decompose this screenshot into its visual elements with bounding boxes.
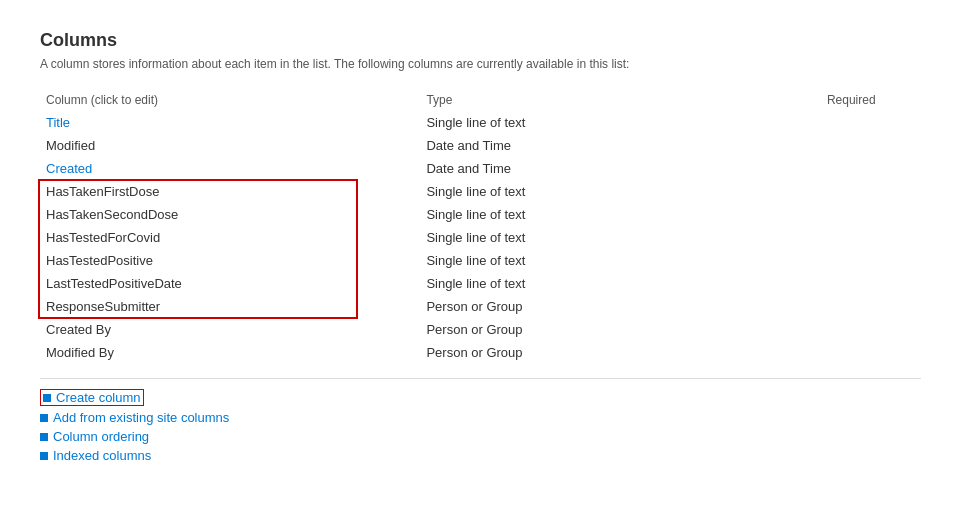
table-row: Modified ByPerson or Group xyxy=(40,341,921,364)
section-divider xyxy=(40,378,921,379)
table-row: HasTestedPositiveSingle line of text xyxy=(40,249,921,272)
column-type: Person or Group xyxy=(420,341,820,364)
indexed-columns-link[interactable]: Indexed columns xyxy=(53,448,151,463)
create-column-item: Create column xyxy=(40,389,921,406)
page-title: Columns xyxy=(40,30,921,51)
column-name: HasTestedForCovid xyxy=(40,226,420,249)
column-type: Single line of text xyxy=(420,180,820,203)
column-name: HasTakenFirstDose xyxy=(40,180,420,203)
page-container: Columns A column stores information abou… xyxy=(40,30,921,463)
columns-table-wrapper: Column (click to edit) Type Required Tit… xyxy=(40,89,921,364)
table-row: HasTakenSecondDoseSingle line of text xyxy=(40,203,921,226)
create-column-link[interactable]: Create column xyxy=(56,390,141,405)
column-required xyxy=(821,203,921,226)
table-row: ResponseSubmitterPerson or Group xyxy=(40,295,921,318)
column-name: Modified xyxy=(40,134,420,157)
header-column: Column (click to edit) xyxy=(40,89,420,111)
add-from-site-item: Add from existing site columns xyxy=(40,410,921,425)
column-name: HasTakenSecondDose xyxy=(40,203,420,226)
table-row: Created ByPerson or Group xyxy=(40,318,921,341)
column-type: Single line of text xyxy=(420,272,820,295)
columns-table: Column (click to edit) Type Required Tit… xyxy=(40,89,921,364)
column-required xyxy=(821,134,921,157)
create-column-box: Create column xyxy=(40,389,144,406)
table-row: ModifiedDate and Time xyxy=(40,134,921,157)
column-required xyxy=(821,295,921,318)
column-type: Single line of text xyxy=(420,226,820,249)
column-name: HasTestedPositive xyxy=(40,249,420,272)
column-name-link[interactable]: Created xyxy=(46,161,92,176)
column-name: LastTestedPositiveDate xyxy=(40,272,420,295)
column-required xyxy=(821,272,921,295)
column-required xyxy=(821,341,921,364)
table-row[interactable]: TitleSingle line of text xyxy=(40,111,921,134)
column-name: ResponseSubmitter xyxy=(40,295,420,318)
column-ordering-icon xyxy=(40,433,48,441)
column-type: Person or Group xyxy=(420,318,820,341)
add-from-site-icon xyxy=(40,414,48,422)
add-from-site-link[interactable]: Add from existing site columns xyxy=(53,410,229,425)
table-row: HasTakenFirstDoseSingle line of text xyxy=(40,180,921,203)
table-row[interactable]: CreatedDate and Time xyxy=(40,157,921,180)
header-required: Required xyxy=(821,89,921,111)
table-row: HasTestedForCovidSingle line of text xyxy=(40,226,921,249)
column-type: Person or Group xyxy=(420,295,820,318)
column-type: Single line of text xyxy=(420,203,820,226)
header-type: Type xyxy=(420,89,820,111)
actions-section: Create column Add from existing site col… xyxy=(40,389,921,463)
column-required xyxy=(821,180,921,203)
indexed-columns-item: Indexed columns xyxy=(40,448,921,463)
create-column-icon xyxy=(43,394,51,402)
table-row: LastTestedPositiveDateSingle line of tex… xyxy=(40,272,921,295)
column-ordering-link[interactable]: Column ordering xyxy=(53,429,149,444)
column-required xyxy=(821,249,921,272)
column-required xyxy=(821,318,921,341)
column-type: Single line of text xyxy=(420,111,820,134)
indexed-columns-icon xyxy=(40,452,48,460)
column-type: Date and Time xyxy=(420,134,820,157)
column-name-link[interactable]: Title xyxy=(46,115,70,130)
column-type: Date and Time xyxy=(420,157,820,180)
column-ordering-item: Column ordering xyxy=(40,429,921,444)
column-required xyxy=(821,226,921,249)
table-header-row: Column (click to edit) Type Required xyxy=(40,89,921,111)
column-name: Modified By xyxy=(40,341,420,364)
page-description: A column stores information about each i… xyxy=(40,57,921,71)
column-name: Created By xyxy=(40,318,420,341)
column-type: Single line of text xyxy=(420,249,820,272)
column-required xyxy=(821,111,921,134)
column-required xyxy=(821,157,921,180)
